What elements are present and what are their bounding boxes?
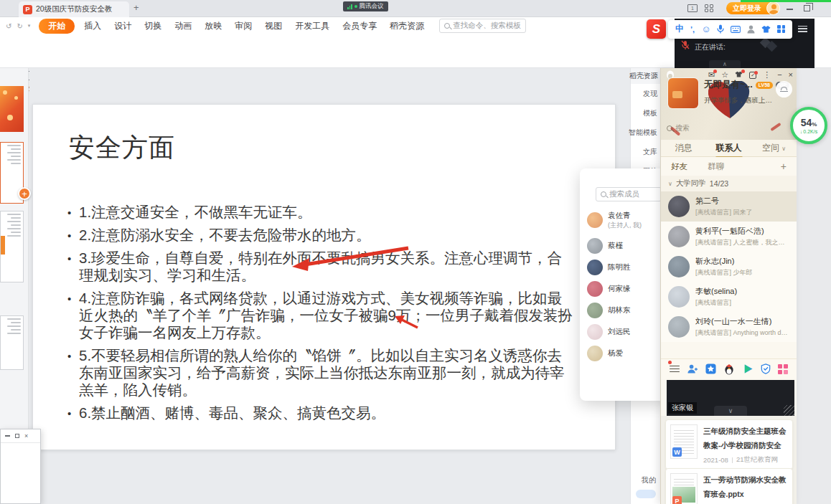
slide-title[interactable]: 安全方面 (69, 130, 175, 166)
sidebar-item-templates[interactable]: 模板 (631, 103, 662, 123)
new-tab-button[interactable]: + (133, 2, 139, 13)
member-row[interactable]: 蔡槿 (587, 235, 662, 257)
account-icon[interactable] (747, 25, 755, 34)
subtab-groups[interactable]: 群聊 (708, 161, 724, 172)
undo-icon[interactable]: ↺ (6, 22, 11, 30)
calendar-check-icon[interactable]: ✓ (749, 72, 756, 79)
app-box-icon[interactable] (778, 364, 788, 374)
meeting-video-overlay[interactable]: 张家银 ∨ (667, 380, 794, 416)
member-row[interactable]: 杨爱 (587, 343, 662, 364)
mini-close-icon[interactable]: × (24, 433, 28, 439)
emoji-icon[interactable]: ☺ (701, 24, 710, 34)
menu-tab-devtools[interactable]: 开发工具 (288, 20, 336, 32)
contact-row[interactable]: 李敏(selina) [离线请留言] (661, 282, 797, 312)
member-row[interactable]: 袁佐青 (主持人, 我) (587, 205, 662, 235)
voice-input-icon[interactable] (717, 24, 724, 34)
meeting-collapse-tab[interactable]: ∧ (709, 60, 741, 68)
security-shield-icon[interactable] (761, 363, 771, 374)
contact-row[interactable]: 靳永志(Jin) [离线请留言] 少年郎 (661, 252, 797, 282)
contact-row[interactable]: 第二号 [离线请留言] 回来了 (661, 191, 797, 222)
qq-minimize-icon[interactable]: − (777, 71, 781, 79)
dressup-shirt-icon[interactable] (735, 71, 743, 79)
redo-icon[interactable]: ↻ (17, 22, 22, 30)
add-slide-button[interactable]: + (18, 187, 31, 200)
member-row[interactable]: 陈明胜 (587, 257, 662, 278)
login-button[interactable]: 立即登录 (726, 2, 779, 14)
tencent-classroom-icon[interactable] (723, 363, 735, 375)
qq-signature[interactable]: 开学事情多，遇班上同学... (704, 96, 777, 105)
slide-canvas[interactable]: 安全方面 1.注意交通安全，不做黑车无证车。 2.注意防溺水安全，不要去危险带水… (32, 104, 616, 450)
sogou-toolbox-icon[interactable] (777, 25, 785, 33)
member-row[interactable]: 刘远民 (587, 321, 662, 343)
qq-tab-messages[interactable]: 消息 (661, 142, 706, 154)
subtab-friends[interactable]: 好友 (671, 161, 687, 172)
command-search[interactable]: 查找命令、搜索模板 (439, 19, 526, 33)
mini-floating-window[interactable]: × (0, 429, 41, 504)
slide-body-text[interactable]: 1.注意交通安全，不做黑车无证车。 2.注意防溺水安全，不要去危险带水的地方。 … (67, 204, 576, 422)
restore-window-icon[interactable] (804, 5, 810, 11)
menu-tab-insert[interactable]: 插入 (78, 20, 108, 32)
menu-tab-review[interactable]: 审阅 (228, 20, 258, 32)
mini-maximize-icon[interactable] (15, 434, 19, 438)
slide-thumbnail-3[interactable] (0, 211, 24, 282)
qq-close-icon[interactable]: × (789, 71, 793, 79)
qq-tab-contacts[interactable]: 联系人 (706, 142, 751, 154)
add-friend-icon[interactable] (687, 363, 698, 374)
overlay-expand-tab[interactable]: ∨ (714, 406, 747, 416)
single-window-icon[interactable]: 1 (687, 4, 698, 12)
contact-group-header[interactable]: ∨ 大学同学 14/23 (661, 176, 797, 191)
tencent-meeting-badge[interactable]: 腾讯会议 (343, 1, 388, 11)
chinese-mode-icon[interactable]: 中 (675, 23, 684, 35)
menu-tab-member[interactable]: 会员专享 (336, 20, 383, 32)
horoscope-widget-icon[interactable] (776, 81, 792, 98)
slide-bullet[interactable]: 4.注意防诈骗，各式网络贷款，以通过游戏方式、美女视频等诈骗，比如最近火热的〝羊… (67, 290, 576, 341)
member-search-input[interactable]: 搜索成员 (596, 187, 662, 201)
mail-icon[interactable]: ✉ (708, 71, 715, 79)
slide-bullet[interactable]: 6.禁止酗酒、赌博、毒品、聚众、搞黄色交易。 (67, 404, 576, 422)
chevron-down-icon[interactable]: ▾ (28, 23, 31, 29)
minimize-icon[interactable] (787, 9, 793, 10)
member-row[interactable]: 胡林东 (587, 300, 662, 321)
qq-search[interactable]: 搜索 (667, 123, 690, 133)
more-menu-icon[interactable]: ⋮ (763, 71, 771, 79)
workspace-grid-icon[interactable] (705, 4, 713, 12)
sidebar-item-discover[interactable]: 发现 (631, 84, 662, 103)
qq-tab-qzone[interactable]: 空间 ∨ (751, 142, 797, 154)
doc-recommendation-card[interactable]: W 三年级消防安全主题班会教案-小学校园消防安全教育 ... 2021-08 2… (665, 419, 793, 470)
menu-tab-home[interactable]: 开始 (39, 19, 75, 34)
doc-title[interactable]: 五一劳动节防溺水安全教育班会.pptx (703, 473, 788, 502)
qzone-app-icon[interactable] (705, 363, 716, 374)
contact-row[interactable]: 刘玲(一山一水一生情) [离线请留言] Anything worth doing (661, 312, 797, 342)
tencent-video-icon[interactable] (743, 363, 753, 374)
network-monitor-widget[interactable]: 54% ↓0.2K/s (790, 107, 827, 144)
main-menu-icon[interactable] (670, 363, 680, 374)
meeting-menu-icon[interactable] (798, 24, 807, 34)
contact-row[interactable]: 黄利平(一魁陌ベ浩) [离线请留言] 人之蜜糖，我之砒霜。 (661, 222, 797, 252)
keyboard-icon[interactable] (731, 26, 741, 33)
menu-tab-slideshow[interactable]: 放映 (198, 20, 228, 32)
doc-title[interactable]: 三年级消防安全主题班会教案-小学校园消防安全教育 ... (703, 424, 788, 453)
document-tab[interactable]: P 20级国庆节防疫安全教 (19, 1, 129, 17)
qq-user-avatar[interactable] (668, 78, 698, 108)
skin-shirt-icon[interactable] (761, 25, 771, 33)
menu-tab-transition[interactable]: 切换 (138, 20, 168, 32)
mini-minimize-icon[interactable] (5, 435, 10, 436)
sidebar-bottom-pill[interactable] (636, 490, 656, 498)
menu-tab-view[interactable]: 视图 (258, 20, 288, 32)
slide-bullet[interactable]: 1.注意交通安全，不做黑车无证车。 (67, 204, 576, 221)
slide-thumbnail-4[interactable] (0, 315, 24, 370)
sidebar-item-mine[interactable]: 我的 (642, 475, 656, 485)
sogou-logo-icon[interactable]: S (647, 19, 666, 39)
qq-nickname[interactable]: 无即是有~... (704, 79, 753, 91)
menu-tab-docer[interactable]: 稻壳资源 (383, 20, 431, 32)
sidebar-item-smart-templates[interactable]: 智能模板 (631, 123, 662, 142)
doc-recommendation-card[interactable]: P 五一劳动节防溺水安全教育班会.pptx 2022-07 奶牛PPT工作室 (665, 468, 793, 504)
slide-bullet[interactable]: 5.不要轻易相信所谓的熟人给你的〝馅饼〞。比如以自主实习名义诱惑你去东南亚国家实… (67, 347, 576, 399)
slide-thumbnail-1[interactable] (0, 86, 24, 132)
favorites-star-icon[interactable]: ☆ (721, 71, 728, 79)
member-row[interactable]: 何家缘 (587, 278, 662, 300)
sidebar-item-library[interactable]: 文库 (631, 142, 662, 161)
punctuation-icon[interactable]: ’, (690, 25, 695, 34)
menu-tab-design[interactable]: 设计 (108, 20, 138, 32)
add-contact-icon[interactable]: + (781, 161, 787, 171)
